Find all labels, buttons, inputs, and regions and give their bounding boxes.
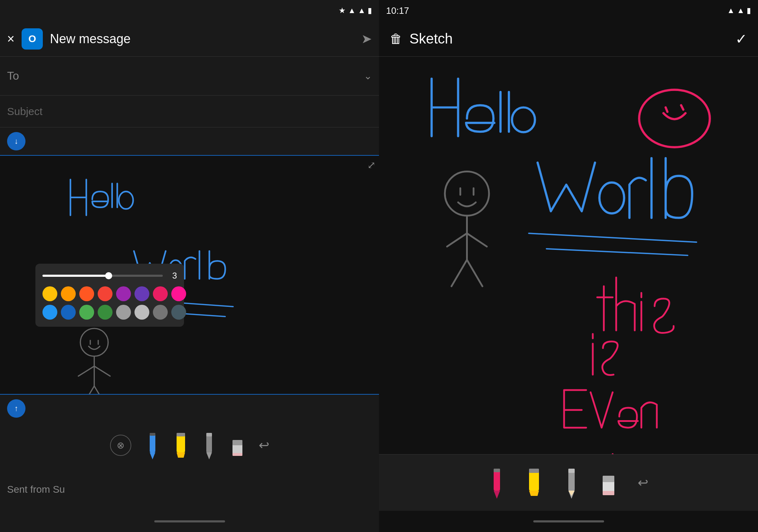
svg-point-24	[445, 171, 489, 216]
to-label: To	[7, 69, 364, 82]
size-slider-track[interactable]	[42, 275, 163, 277]
to-row[interactable]: To ⌄	[0, 57, 379, 96]
color-yellow[interactable]	[42, 286, 57, 301]
svg-line-30	[452, 260, 467, 286]
sketch-area-left[interactable]: ⤢	[0, 156, 379, 394]
color-pink[interactable]	[153, 286, 168, 301]
color-gray[interactable]	[116, 305, 131, 320]
color-picker-popup: 3	[35, 264, 184, 327]
drawing-tools-row-right: ↩	[379, 454, 758, 511]
color-orange[interactable]	[61, 286, 76, 301]
subject-row[interactable]: Subject	[0, 96, 379, 127]
pencil-tool-right[interactable]	[563, 467, 579, 499]
pen-icon-right	[489, 467, 505, 499]
undo-button[interactable]: ↩	[259, 438, 269, 453]
svg-line-7	[94, 366, 110, 376]
highlighter-icon-right	[526, 467, 542, 499]
sketch-drawing-right[interactable]	[379, 57, 758, 454]
size-slider-row[interactable]: 3	[42, 271, 177, 281]
svg-line-8	[82, 386, 94, 394]
svg-rect-20	[232, 440, 242, 445]
svg-point-23	[599, 183, 624, 213]
left-panel: ★ ▲ ▲ ▮ × O New message ➤ To ⌄ Subject ↓…	[0, 0, 379, 532]
outlook-icon: O	[22, 28, 43, 50]
send-button[interactable]: ➤	[361, 32, 372, 46]
sent-from-row: Sent from Su	[0, 468, 379, 511]
svg-line-29	[467, 233, 487, 246]
color-green[interactable]	[79, 305, 94, 320]
wifi-icon: ▲	[358, 6, 366, 15]
time-display: 10:17	[386, 5, 409, 16]
clear-button[interactable]: ⊗	[110, 435, 131, 456]
nav-bar-left	[0, 511, 379, 532]
svg-point-2	[80, 328, 108, 356]
svg-line-28	[447, 233, 467, 246]
svg-line-31	[467, 260, 483, 286]
pencil-icon-right	[563, 467, 579, 499]
svg-point-0	[119, 191, 133, 209]
svg-rect-43	[529, 469, 539, 473]
highlighter-icon	[174, 431, 188, 459]
expand-icon[interactable]: ⤢	[367, 159, 375, 171]
signal-icon: ▲	[348, 6, 356, 15]
down-arrow-icon: ↓	[15, 137, 18, 146]
color-purple[interactable]	[116, 286, 131, 301]
undo-button-right[interactable]: ↩	[638, 475, 648, 490]
battery-icon: ▮	[368, 6, 372, 15]
svg-marker-42	[529, 491, 539, 496]
svg-line-6	[78, 366, 94, 376]
nav-indicator-right	[533, 520, 604, 522]
eraser2-tool[interactable]	[230, 431, 245, 459]
pen-tool-right[interactable]	[489, 467, 505, 499]
color-deep-orange[interactable]	[79, 286, 94, 301]
highlighter-tool[interactable]	[174, 431, 188, 459]
sent-from-text: Sent from Su	[7, 484, 65, 495]
color-dark-gray[interactable]	[171, 305, 186, 320]
status-bar-left: ★ ▲ ▲ ▮	[0, 0, 379, 21]
svg-rect-12	[150, 433, 155, 436]
svg-marker-47	[568, 491, 575, 496]
color-red[interactable]	[98, 286, 113, 301]
battery-icon-right: ▮	[747, 6, 751, 15]
done-button[interactable]: ✓	[735, 31, 747, 47]
status-bar-right: 10:17 ▲ ▲ ▮	[379, 0, 758, 21]
color-blue[interactable]	[42, 305, 57, 320]
eraser2-icon	[230, 431, 245, 459]
header-left: × O New message ➤	[0, 21, 379, 57]
svg-rect-21	[232, 453, 242, 456]
svg-rect-15	[177, 433, 185, 436]
clear-icon: ⊗	[117, 440, 125, 451]
color-hot-pink[interactable]	[171, 286, 186, 301]
nav-bar-right	[379, 511, 758, 532]
chevron-down-icon[interactable]: ⌄	[364, 70, 372, 82]
eraser-tool-right[interactable]	[601, 467, 616, 499]
color-medium-gray[interactable]	[153, 305, 168, 320]
highlighter-tool-right[interactable]	[526, 467, 542, 499]
svg-line-33	[666, 107, 667, 111]
sketch-canvas-right[interactable]	[379, 57, 758, 454]
close-button[interactable]: ×	[7, 32, 15, 46]
size-value: 3	[166, 271, 177, 281]
subject-label: Subject	[7, 105, 42, 118]
signal-icon-right: ▲	[727, 6, 735, 15]
color-light-gray[interactable]	[134, 305, 149, 320]
status-icons-right: ▲ ▲ ▮	[727, 6, 751, 15]
svg-rect-10	[150, 433, 155, 452]
format-button[interactable]: ↓	[7, 132, 25, 150]
color-deep-purple[interactable]	[134, 286, 149, 301]
svg-marker-14	[177, 452, 185, 458]
up-arrow-icon: ↑	[15, 404, 18, 413]
status-icons-left: ★ ▲ ▲ ▮	[339, 6, 372, 15]
header-right: 🗑 Sketch ✓	[379, 21, 758, 57]
pen-tool[interactable]	[145, 431, 160, 459]
color-dark-green[interactable]	[98, 305, 113, 320]
svg-marker-39	[494, 491, 500, 499]
svg-rect-40	[494, 469, 500, 472]
drawing-tools-row-left: ⊗	[0, 422, 379, 468]
pen-icon	[145, 431, 160, 459]
svg-marker-18	[206, 452, 212, 459]
delete-sketch-button[interactable]: 🗑	[390, 32, 402, 46]
color-dark-blue[interactable]	[61, 305, 76, 320]
format-up-button[interactable]: ↑	[7, 399, 25, 418]
eraser-tool[interactable]	[202, 431, 216, 459]
